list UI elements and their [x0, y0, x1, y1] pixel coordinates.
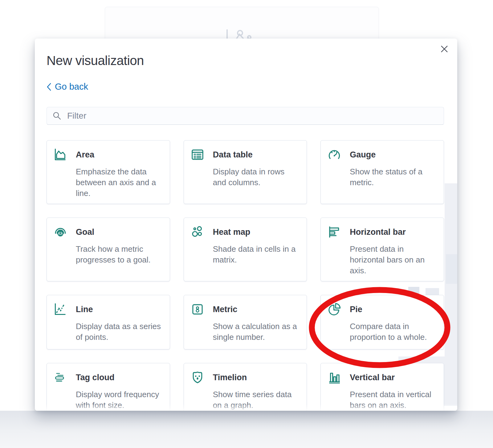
- filter-input[interactable]: [67, 107, 444, 125]
- horizontal-bar-icon: [328, 225, 341, 239]
- modal-title: New visualization: [47, 53, 144, 68]
- vis-card-title: Horizontal bar: [350, 227, 436, 237]
- data-table-icon: [191, 148, 204, 161]
- vis-card-title: Timelion: [213, 373, 299, 382]
- pie-chart-icon: [328, 303, 341, 316]
- heat-map-icon: [191, 225, 204, 239]
- line-chart-icon: [54, 303, 67, 316]
- vis-card-description: Track how a metric progresses to a goal.: [76, 244, 162, 265]
- background-bottom-strip: [0, 411, 493, 448]
- vis-card-horizontal-bar[interactable]: Horizontal bar Present data in horizonta…: [320, 218, 444, 281]
- metric-icon: [191, 303, 204, 316]
- timelion-icon: [191, 371, 204, 384]
- vis-card-timelion[interactable]: Timelion Show time series data on a grap…: [184, 363, 307, 411]
- vis-card-description: Display word frequency with font size.: [76, 389, 162, 411]
- visualization-type-grid: Area Emphasize the data between an axis …: [47, 140, 444, 411]
- vis-card-vertical-bar[interactable]: Vertical bar Present data in vertical ba…: [320, 363, 444, 411]
- vis-card-description: Present data in horizontal bars on an ax…: [350, 244, 436, 276]
- vis-card-title: Goal: [76, 227, 162, 237]
- tag-cloud-icon: [54, 371, 67, 384]
- vis-card-title: Line: [76, 305, 162, 314]
- vis-card-description: Present data in vertical bars on an axis…: [350, 389, 436, 411]
- vis-card-description: Show a calculation as a single number.: [213, 321, 299, 343]
- vis-card-title: Heat map: [213, 227, 299, 237]
- search-icon: [52, 111, 62, 120]
- new-visualization-modal: New visualization Go back Area: [35, 39, 457, 411]
- vis-card-pie[interactable]: Pie Compare data in proportion to a whol…: [320, 295, 444, 349]
- vis-card-area[interactable]: Area Emphasize the data between an axis …: [47, 140, 170, 204]
- vis-card-gauge[interactable]: Gauge Show the status of a metric.: [320, 140, 444, 204]
- gauge-icon: [328, 148, 341, 161]
- vis-card-title: Area: [76, 150, 162, 160]
- vis-card-goal[interactable]: Goal Track how a metric progresses to a …: [47, 218, 170, 281]
- vis-card-description: Show time series data on a graph.: [213, 389, 299, 411]
- vis-card-title: Tag cloud: [76, 373, 162, 382]
- vis-card-metric[interactable]: Metric Show a calculation as a single nu…: [184, 295, 307, 349]
- vis-card-title: Gauge: [350, 150, 436, 160]
- vis-card-description: Emphasize the data between an axis and a…: [76, 166, 162, 199]
- vis-card-title: Data table: [213, 150, 299, 160]
- vis-card-data-table[interactable]: Data table Display data in rows and colu…: [184, 140, 307, 204]
- filter-search-box: [47, 107, 444, 125]
- chevron-left-icon: [47, 83, 51, 91]
- vis-card-description: Compare data in proportion to a whole.: [350, 321, 436, 343]
- vis-card-description: Display data in rows and columns.: [213, 166, 299, 188]
- vis-card-title: Pie: [350, 305, 436, 314]
- vis-card-heat-map[interactable]: Heat map Shade data in cells in a matrix…: [184, 218, 307, 281]
- go-back-link[interactable]: Go back: [47, 82, 88, 92]
- area-chart-icon: [54, 148, 67, 161]
- vis-card-description: Show the status of a metric.: [350, 166, 436, 188]
- vis-card-description: Display data as a series of points.: [76, 321, 162, 343]
- close-button[interactable]: [438, 43, 450, 55]
- background-artifact: [446, 254, 457, 284]
- goal-icon: [54, 225, 67, 239]
- vis-card-title: Metric: [213, 305, 299, 314]
- vis-card-tag-cloud[interactable]: Tag cloud Display word frequency with fo…: [47, 363, 170, 411]
- vertical-bar-icon: [328, 371, 341, 384]
- vis-card-title: Vertical bar: [350, 373, 436, 382]
- vis-card-description: Shade data in cells in a matrix.: [213, 244, 299, 265]
- go-back-label: Go back: [55, 82, 88, 92]
- close-icon: [440, 45, 449, 53]
- vis-card-line[interactable]: Line Display data as a series of points.: [47, 295, 170, 349]
